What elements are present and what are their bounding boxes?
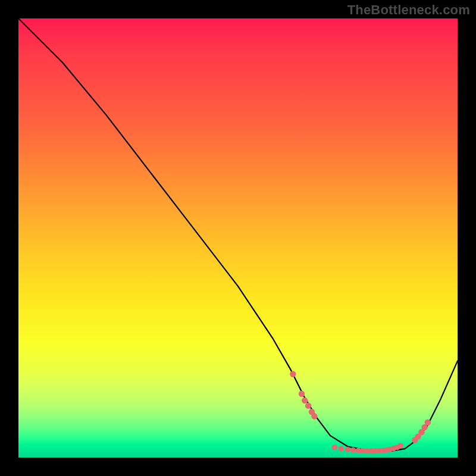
data-dot bbox=[302, 397, 308, 403]
data-dot bbox=[350, 447, 356, 453]
data-dot bbox=[339, 446, 344, 452]
data-dot bbox=[425, 419, 431, 425]
data-dot bbox=[398, 443, 403, 449]
data-dot bbox=[305, 403, 311, 409]
bottleneck-curve bbox=[18, 18, 458, 451]
data-dot bbox=[345, 447, 350, 452]
data-dot bbox=[299, 391, 305, 397]
chart-frame: TheBottleneck.com bbox=[0, 0, 476, 476]
data-dot bbox=[311, 413, 317, 419]
watermark-text: TheBottleneck.com bbox=[347, 2, 470, 18]
data-dot bbox=[290, 371, 296, 377]
plot-area bbox=[18, 18, 458, 458]
data-dot bbox=[332, 444, 337, 450]
data-dots bbox=[290, 371, 431, 454]
curve-layer bbox=[18, 18, 458, 458]
